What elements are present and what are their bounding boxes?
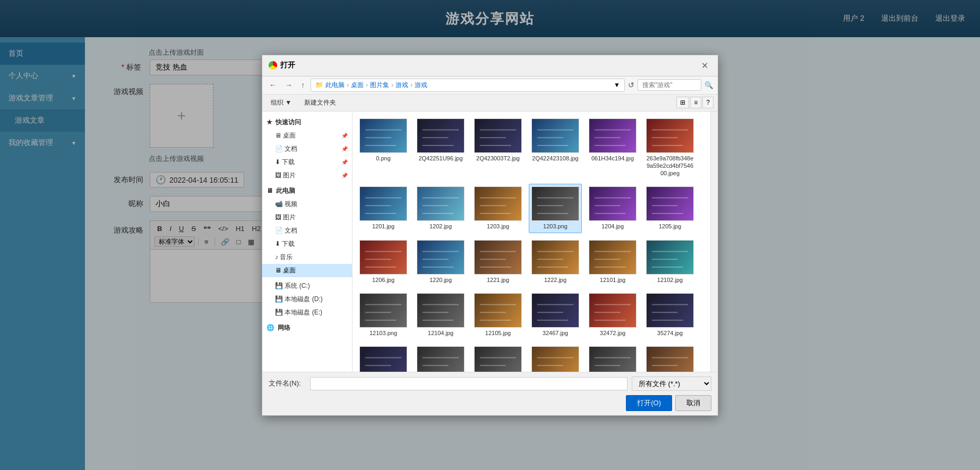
- file-item[interactable]: 12105.jpg: [471, 290, 525, 339]
- breadcrumb-desktop[interactable]: 桌面: [351, 81, 364, 90]
- pin-icon: 📌: [341, 146, 348, 152]
- file-name: 1201.jpg: [372, 223, 394, 230]
- dialog-close-btn[interactable]: ✕: [698, 59, 711, 72]
- file-item[interactable]: 12104.jpg: [414, 290, 467, 339]
- search-icon-btn[interactable]: 🔍: [704, 81, 713, 89]
- file-name: 1206.jpg: [372, 276, 394, 284]
- file-name: 0.png: [376, 155, 391, 162]
- new-folder-btn[interactable]: 新建文件夹: [300, 97, 340, 109]
- organize-btn[interactable]: 组织 ▼: [267, 97, 296, 109]
- sidebar-downloads-quick[interactable]: ⬇ 下载 📌: [262, 156, 352, 169]
- view-help-btn[interactable]: ?: [702, 97, 713, 108]
- file-item[interactable]: 35274.jpg: [643, 290, 697, 339]
- file-item[interactable]: 32467.jpg: [529, 290, 582, 339]
- file-item[interactable]: 202164.jpg: [529, 344, 582, 371]
- file-item[interactable]: 202085.jpg: [471, 344, 525, 371]
- file-item[interactable]: 12103.png: [357, 290, 410, 339]
- footer-filename-row: 文件名(N): 所有文件 (*.*): [269, 377, 711, 391]
- filename-label: 文件名(N):: [269, 379, 306, 388]
- filetype-select[interactable]: 所有文件 (*.*): [632, 377, 711, 391]
- view-large-icon-btn[interactable]: ⊞: [676, 97, 689, 108]
- up-btn[interactable]: ↑: [298, 79, 307, 91]
- pc-icon: 🖥: [267, 187, 273, 194]
- file-item[interactable]: 1205.jpg: [643, 184, 697, 233]
- file-item[interactable]: 1201.jpg: [357, 184, 410, 233]
- sidebar-docs-quick[interactable]: 📄 文档 📌: [262, 142, 352, 156]
- file-item[interactable]: 1206.jpg: [357, 237, 410, 286]
- file-item[interactable]: 2Q42251U96.jpg: [414, 116, 467, 180]
- dialog-titlebar: 打开 ✕: [262, 55, 718, 76]
- dropdown-arrow: ▼: [614, 81, 620, 89]
- breadcrumb-pictures[interactable]: 图片集: [370, 81, 389, 90]
- file-name: 1204.jpg: [601, 223, 624, 230]
- file-item[interactable]: 2Q422423108.jpg: [529, 116, 582, 180]
- file-item[interactable]: 1203.jpg: [471, 184, 525, 233]
- file-name: 35274.jpg: [657, 329, 683, 337]
- file-item[interactable]: 1202.jpg: [414, 184, 467, 233]
- dialog-body: ★ 快速访问 🖥 桌面 📌 📄 文档 📌 ⬇ 下载 📌: [262, 112, 718, 372]
- file-name: 061H34c194.jpg: [591, 155, 634, 162]
- file-item[interactable]: 12102.jpg: [643, 237, 697, 286]
- file-name: 2Q423003T2.jpg: [476, 155, 520, 162]
- pin-icon: 📌: [341, 159, 348, 165]
- sidebar-e-drive[interactable]: 💾 本地磁盘 (E:): [262, 306, 352, 319]
- quick-access-title: ★ 快速访问: [262, 116, 352, 129]
- cancel-btn[interactable]: 取消: [675, 395, 711, 411]
- breadcrumb-pc[interactable]: 此电脑: [325, 81, 345, 90]
- file-item[interactable]: 2Q423003T2.jpg: [471, 116, 525, 180]
- file-item[interactable]: 313405.jpg: [643, 344, 697, 371]
- file-item[interactable]: 32472.jpg: [586, 290, 639, 339]
- file-name: 2Q422423108.jpg: [532, 155, 578, 162]
- filename-input[interactable]: [310, 377, 627, 390]
- forward-btn[interactable]: →: [282, 79, 295, 91]
- breadcrumb-game2[interactable]: 游戏: [415, 81, 427, 90]
- sidebar-desktop-quick[interactable]: 🖥 桌面 📌: [262, 129, 352, 142]
- file-item[interactable]: 1220.jpg: [414, 237, 467, 286]
- sidebar-c-drive[interactable]: 💾 系统 (C:): [262, 279, 352, 293]
- file-name: 1203.png: [543, 223, 568, 230]
- file-name: 2Q42251U96.jpg: [418, 155, 462, 162]
- file-name: 12105.jpg: [485, 329, 511, 337]
- sidebar-music[interactable]: ♪ 音乐: [262, 251, 352, 264]
- file-name: 1222.jpg: [544, 276, 566, 284]
- sidebar-documents[interactable]: 📄 文档: [262, 224, 352, 237]
- file-item[interactable]: 1204.jpg: [586, 184, 639, 233]
- sidebar-downloads[interactable]: ⬇ 下载: [262, 237, 352, 251]
- file-item[interactable]: 211436.jpg: [586, 344, 639, 371]
- dialog-actions-bar: 组织 ▼ 新建文件夹 ⊞ ≡ ?: [262, 95, 718, 112]
- file-name: 1221.jpg: [487, 276, 509, 284]
- footer-btn-row: 打开(O) 取消: [269, 395, 711, 411]
- network-title: 🌐 网络: [262, 321, 352, 335]
- file-grid: 0.png2Q42251U96.jpg2Q423003T2.jpg2Q42242…: [357, 116, 706, 372]
- refresh-btn[interactable]: ↺: [628, 81, 634, 89]
- file-item[interactable]: 110817.jpg: [357, 344, 410, 371]
- file-item[interactable]: 1203.png: [529, 184, 582, 233]
- dialog-title: 打开: [269, 61, 295, 70]
- breadcrumb-game1[interactable]: 游戏: [396, 81, 408, 90]
- file-item[interactable]: 1221.jpg: [471, 237, 525, 286]
- view-detail-btn[interactable]: ≡: [690, 97, 701, 108]
- pin-icon: 📌: [341, 173, 348, 178]
- file-item[interactable]: 199925.jpg: [414, 344, 467, 371]
- file-name: 263e9a708fb348e9a59e2cd4bf754600.jpeg: [646, 155, 694, 177]
- sidebar-pictures-quick[interactable]: 🖼 图片 📌: [262, 169, 352, 182]
- file-name: 1203.jpg: [487, 223, 509, 230]
- sidebar-desktop-pc[interactable]: 🖥 桌面: [262, 264, 352, 277]
- file-item[interactable]: 061H34c194.jpg: [586, 116, 639, 180]
- sidebar-pictures[interactable]: 🖼 图片: [262, 211, 352, 224]
- view-btns: ⊞ ≡ ?: [676, 97, 713, 109]
- file-name: 12103.png: [369, 329, 397, 337]
- search-input[interactable]: [638, 79, 701, 91]
- file-item[interactable]: 1222.jpg: [529, 237, 582, 286]
- back-btn[interactable]: ←: [267, 79, 279, 91]
- open-btn[interactable]: 打开(O): [626, 395, 672, 411]
- file-item[interactable]: 12101.jpg: [586, 237, 639, 286]
- sidebar-d-drive[interactable]: 💾 本地磁盘 (D:): [262, 293, 352, 306]
- chrome-icon: [269, 61, 277, 70]
- file-item[interactable]: 263e9a708fb348e9a59e2cd4bf754600.jpeg: [643, 116, 697, 180]
- sidebar-videos[interactable]: 📹 视频: [262, 198, 352, 211]
- file-grid-area[interactable]: 0.png2Q42251U96.jpg2Q423003T2.jpg2Q42242…: [353, 112, 710, 372]
- file-item[interactable]: 0.png: [357, 116, 410, 180]
- file-dialog: 打开 ✕ ← → ↑ 📁 此电脑 › 桌面 › 图片集 › 游戏 › 游戏 ▼ …: [262, 55, 718, 416]
- scrollbar[interactable]: [710, 112, 718, 372]
